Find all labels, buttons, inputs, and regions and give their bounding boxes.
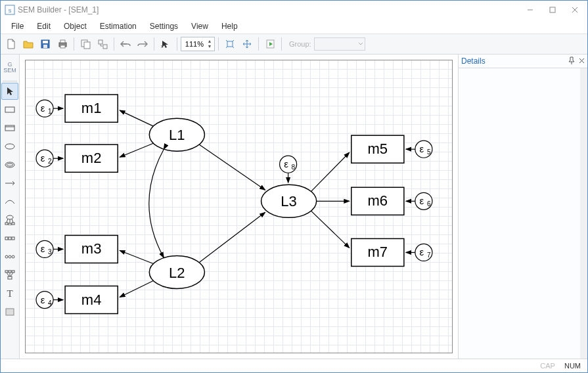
open-icon[interactable] [20,36,36,52]
svg-rect-15 [103,45,107,49]
menu-bar: File Edit Object Estimation Settings Vie… [1,19,587,34]
gsem-tool-icon[interactable]: GSEM [1,57,18,78]
eps-8[interactable]: ε8 [280,156,297,173]
svg-line-83 [120,250,153,263]
title-bar: s SEM Builder - [SEM_1] [1,1,587,19]
svg-rect-8 [43,45,47,48]
zoom-control[interactable]: ▲▼ [181,37,215,51]
status-num: NUM [564,362,581,370]
area-tool-icon[interactable] [1,303,18,320]
zoom-up-icon[interactable]: ▲ [206,39,213,44]
details-panel: Details [458,55,587,359]
close-button[interactable] [564,3,586,17]
path-tool-icon[interactable] [1,175,18,192]
minimize-button[interactable] [519,3,541,17]
svg-rect-17 [227,41,233,47]
svg-rect-11 [60,45,65,48]
svg-point-36 [5,255,8,258]
svg-text:1: 1 [48,108,52,115]
eps-5[interactable]: ε5 [415,141,432,158]
rect2-tool-icon[interactable] [1,120,18,137]
box-m4[interactable]: m4 [81,292,102,308]
measure-tool-icon[interactable] [1,211,18,229]
menu-help[interactable]: Help [215,20,244,33]
eps-6[interactable]: ε6 [415,192,432,209]
svg-line-44 [11,273,13,276]
svg-line-87 [311,152,350,191]
menu-settings[interactable]: Settings [143,20,185,33]
svg-rect-35 [12,237,14,240]
save-icon[interactable] [37,36,53,52]
new-icon[interactable] [3,36,19,52]
box-m1[interactable]: m1 [81,100,102,116]
undo-icon[interactable] [118,36,133,52]
svg-rect-41 [12,271,14,273]
eps-4[interactable]: ε4 [36,292,53,309]
cov-tool-icon[interactable] [1,193,18,210]
latent-L2[interactable]: L2 [169,265,185,281]
text-tool-icon[interactable]: T [1,285,18,302]
pin-icon[interactable] [568,56,575,66]
oval-tool-icon[interactable] [1,138,18,155]
print-icon[interactable] [55,36,70,52]
svg-text:2: 2 [48,158,52,165]
menu-estimation[interactable]: Estimation [93,20,143,33]
maximize-button[interactable] [541,3,564,17]
eps-3[interactable]: ε3 [36,240,53,257]
menu-object[interactable]: Object [57,20,93,33]
select-tool-icon[interactable] [1,83,18,100]
duplicate-icon[interactable] [95,36,110,52]
group-select[interactable] [314,37,365,51]
box-m6[interactable]: m6 [368,192,388,209]
svg-text:5: 5 [427,148,431,156]
window-title: SEM Builder - [SEM_1] [18,5,519,14]
svg-line-89 [311,211,350,248]
circles-tool-icon[interactable] [1,248,18,265]
canvas[interactable]: m1 m2 m3 m4 m5 m6 m7 L1 [25,60,453,353]
zoom-input[interactable] [183,39,205,49]
eps-2[interactable]: ε2 [36,150,53,167]
svg-point-24 [7,164,13,166]
svg-text:ε: ε [420,195,424,206]
menu-view[interactable]: View [185,20,215,33]
box-m7[interactable]: m7 [368,244,388,260]
svg-rect-3 [550,7,555,12]
eps-1[interactable]: ε1 [36,100,53,117]
svg-text:ε: ε [420,143,424,154]
menu-file[interactable]: File [5,20,30,33]
svg-text:x: x [161,44,164,49]
fit-icon[interactable] [222,36,238,52]
svg-text:ε: ε [284,158,288,169]
details-title: Details [461,56,486,66]
svg-text:6: 6 [427,200,431,208]
tool-sidebar: GSEM T [1,55,20,359]
svg-rect-31 [9,223,11,225]
group-label: Group: [289,40,311,48]
copy-icon[interactable] [78,36,93,52]
svg-line-85 [199,144,265,190]
rect-tool-icon[interactable] [1,101,18,118]
svg-rect-13 [84,42,90,49]
move-icon[interactable] [239,36,255,52]
close-panel-icon[interactable] [579,56,585,66]
pointer-icon[interactable]: x [158,36,173,52]
svg-line-86 [199,212,265,262]
box-m5[interactable]: m5 [368,141,388,157]
svg-rect-40 [9,271,11,273]
redo-icon[interactable] [135,36,150,52]
box-m3[interactable]: m3 [81,240,102,257]
boxes-tool-icon[interactable] [1,230,18,247]
eps-7[interactable]: ε7 [415,244,432,261]
details-scrollbar[interactable] [580,68,587,359]
latent-L1[interactable]: L1 [169,127,185,143]
zoom-down-icon[interactable]: ▼ [206,44,213,49]
run-icon[interactable] [262,36,278,52]
box-m2[interactable]: m2 [81,150,102,166]
oval2-tool-icon[interactable] [1,156,18,173]
latent-L3[interactable]: L3 [281,193,297,209]
status-bar: CAP NUM [1,359,587,372]
regress-tool-icon[interactable] [1,267,18,284]
body: GSEM T [1,55,587,359]
menu-edit[interactable]: Edit [30,20,57,33]
sem-diagram[interactable]: m1 m2 m3 m4 m5 m6 m7 L1 [26,60,452,343]
